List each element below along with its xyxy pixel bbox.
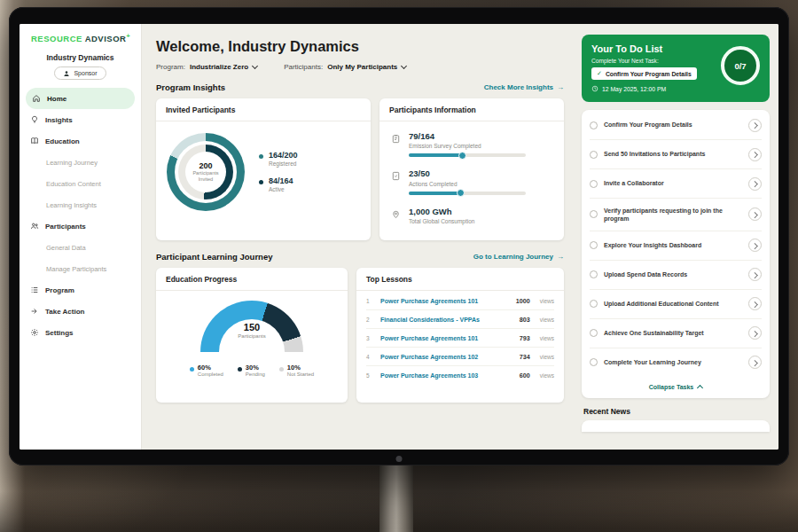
task-row[interactable]: Upload Spend Data Records (590, 261, 762, 290)
task-label: Complete Your Learning Journey (604, 358, 742, 366)
monitor-power-led (396, 456, 403, 462)
stat-label: Actions Completed (409, 181, 526, 187)
stat-actions-completed: 23/50 Actions Completed (391, 163, 552, 200)
sidebar-item-label: Take Action (45, 308, 84, 316)
invited-legend: 164/200 Registered 84/164 Active (259, 152, 298, 192)
progress-bar-fill (409, 153, 465, 157)
participants-filter-dropdown[interactable]: Participants: Only My Participants (284, 63, 406, 71)
sidebar-item-general-data[interactable]: General Data (20, 237, 141, 258)
sidebar-item-education-content[interactable]: Education Content (20, 173, 141, 194)
sidebar-item-learning-journey[interactable]: Learning Journey (20, 152, 141, 173)
lesson-title-link[interactable]: Power Purchase Agreements 103 (380, 372, 512, 379)
org-name: Industry Dynamics (20, 53, 141, 62)
section-title-learning-journey: Participant Learning Journey (156, 252, 272, 262)
gauge-value: 150 (200, 323, 303, 332)
sidebar-item-insights[interactable]: Insights (20, 109, 141, 130)
lesson-title-link[interactable]: Power Purchase Agreements 101 (380, 298, 508, 304)
todo-panel: Your To Do List Complete Your Next Task:… (575, 24, 778, 450)
task-label: Send 50 Invitations to Participants (604, 150, 742, 158)
task-chevron-button[interactable] (748, 297, 762, 310)
sidebar-item-home[interactable]: Home (26, 88, 135, 109)
lesson-title-link[interactable]: Power Purchase Agreements 101 (380, 335, 512, 341)
arrow-right-icon: → (557, 253, 564, 261)
legend-dot (279, 367, 284, 372)
chevron-right-icon (752, 243, 757, 248)
collapse-tasks-link[interactable]: Collapse Tasks (590, 377, 762, 395)
lesson-rank: 1 (366, 298, 372, 304)
sidebar-item-label: Learning Journey (46, 159, 98, 167)
lesson-views-unit: views (540, 335, 554, 341)
task-chevron-button[interactable] (748, 326, 762, 340)
lessons-list: 1 Power Purchase Agreements 101 1000 vie… (356, 291, 564, 385)
task-row[interactable]: Verify participants requesting to join t… (590, 199, 762, 231)
chevron-right-icon (752, 212, 757, 217)
task-row[interactable]: Upload Additional Educational Content (590, 290, 762, 319)
sidebar-item-learning-insights[interactable]: Learning Insights (20, 194, 141, 215)
task-checkbox[interactable] (590, 180, 598, 188)
lesson-views-unit: views (540, 317, 554, 323)
task-checkbox[interactable] (590, 210, 598, 218)
program-filter-dropdown[interactable]: Program: Industrialize Zero (156, 63, 257, 71)
task-chevron-button[interactable] (748, 207, 762, 221)
task-row[interactable]: Confirm Your Program Details (590, 111, 762, 140)
lesson-rank: 2 (366, 317, 372, 323)
lesson-rank: 3 (366, 335, 372, 341)
sidebar-item-label: Insights (45, 116, 73, 124)
task-row[interactable]: Invite a Collaborator (590, 169, 762, 199)
legend-dot (190, 367, 194, 372)
sidebar-item-participants[interactable]: Participants (20, 215, 141, 237)
lesson-title-link[interactable]: Power Purchase Agreements 102 (380, 354, 512, 360)
emission-progress-bar (409, 153, 526, 157)
stat-label: Total Global Consumption (409, 218, 474, 224)
task-chevron-button[interactable] (748, 119, 762, 132)
task-row[interactable]: Complete Your Learning Journey (590, 348, 762, 377)
lesson-title-link[interactable]: Financial Considerations - VPPAs (380, 317, 512, 323)
task-chevron-button[interactable] (748, 239, 762, 252)
task-row[interactable]: Send 50 Invitations to Participants (590, 140, 762, 169)
task-chevron-button[interactable] (748, 356, 762, 369)
task-chevron-button[interactable] (748, 268, 762, 281)
task-checkbox[interactable] (590, 151, 598, 159)
stat-emission-survey: 79/164 Emission Survey Completed (391, 126, 552, 163)
legend-item-pending: 30% Pending (238, 364, 265, 377)
task-checkbox[interactable] (590, 270, 598, 278)
task-checkbox[interactable] (590, 121, 598, 129)
go-to-learning-journey-link[interactable]: Go to Learning Journey → (473, 253, 564, 261)
task-checkbox[interactable] (590, 300, 598, 308)
sidebar-item-program[interactable]: Program (20, 279, 141, 301)
stat-label: Emission Survey Completed (409, 143, 526, 149)
task-checkbox[interactable] (590, 329, 598, 337)
home-icon (32, 94, 41, 103)
check-more-insights-link[interactable]: Check More Insights → (484, 83, 564, 91)
sidebar-item-label: Education Content (46, 180, 101, 188)
sidebar-item-label: Learning Insights (46, 201, 97, 209)
sidebar-item-manage-participants[interactable]: Manage Participants (20, 258, 141, 279)
brand-primary: RESOURCE (31, 34, 82, 43)
next-task-pill[interactable]: ✓ Confirm Your Program Details (591, 67, 697, 80)
people-icon (30, 222, 39, 231)
invited-donut-ring: 200 Participants Invited (167, 133, 245, 211)
recent-news-title: Recent News (583, 407, 768, 416)
task-row[interactable]: Explore Your Insights Dashboard (590, 231, 762, 261)
lesson-views: 793 (520, 334, 530, 342)
lesson-rank: 5 (366, 372, 372, 379)
lesson-row: 5 Power Purchase Agreements 103 600 view… (366, 366, 554, 384)
task-chevron-button[interactable] (748, 148, 762, 161)
task-checkbox[interactable] (590, 358, 598, 366)
task-checkbox[interactable] (590, 241, 598, 249)
check-icon: ✓ (597, 70, 602, 77)
sidebar-item-education[interactable]: Education (20, 130, 141, 152)
filters-row: Program: Industrialize Zero Participants… (156, 63, 564, 71)
stat-value: 23/50 (409, 169, 526, 178)
legend-label: Completed (198, 372, 223, 377)
task-label: Confirm Your Program Details (604, 121, 742, 129)
invited-card-body: 200 Participants Invited (156, 121, 371, 223)
sidebar-item-settings[interactable]: Settings (20, 322, 141, 343)
task-chevron-button[interactable] (748, 177, 762, 191)
card-title: Education Progress (156, 268, 348, 291)
task-row[interactable]: Achieve One Sustainability Target (590, 319, 762, 348)
sidebar-item-take-action[interactable]: Take Action (20, 301, 141, 322)
take-action-icon (30, 307, 39, 316)
todo-progress-count: 0/7 (734, 61, 746, 71)
program-filter-label: Program: (156, 63, 185, 71)
